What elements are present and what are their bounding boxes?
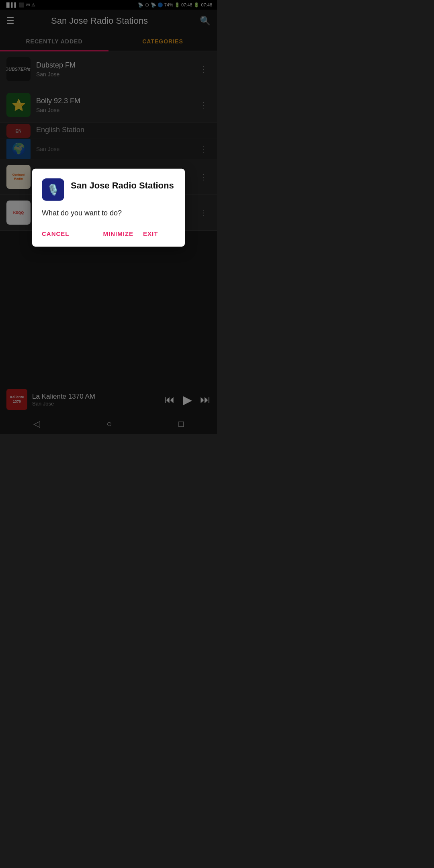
dialog-header: 🎙️ San Jose Radio Stations bbox=[42, 178, 175, 201]
dialog-message: What do you want to do? bbox=[42, 209, 175, 217]
minimize-button[interactable]: MINIMIZE bbox=[103, 227, 134, 240]
exit-button[interactable]: EXIT bbox=[143, 227, 158, 240]
cancel-button[interactable]: CANCEL bbox=[42, 227, 70, 240]
dialog-buttons: CANCEL MINIMIZE EXIT bbox=[42, 227, 175, 244]
dialog-title: San Jose Radio Stations bbox=[71, 178, 174, 192]
dialog-app-icon: 🎙️ bbox=[42, 178, 64, 201]
dialog: 🎙️ San Jose Radio Stations What do you w… bbox=[32, 169, 185, 247]
